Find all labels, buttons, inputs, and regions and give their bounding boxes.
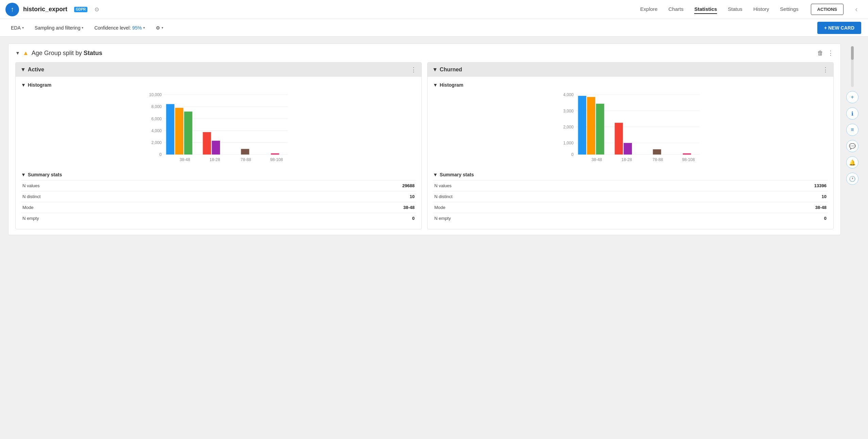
navbar: ↑ historic_export GDPR ⊙ Explore Charts … (0, 0, 868, 19)
active-histogram-chart: 10,000 8,000 6,000 4,000 2,000 0 (21, 92, 416, 166)
content-area: ▼ ▲ Age Group split by Status 🗑 ⋮ (8, 43, 841, 432)
svg-text:18-28: 18-28 (210, 157, 220, 162)
sidebar-right: + ℹ ≡ 💬 🔔 🕐 (845, 43, 860, 432)
table-row: N values 13396 (433, 180, 828, 191)
split-panels: ▼ Active ⋮ ▼ Histogram (15, 62, 834, 229)
scroll-indicator[interactable] (851, 46, 854, 87)
churned-panel-header: ▼ Churned ⋮ (428, 63, 833, 77)
confidence-dropdown[interactable]: Confidence level: 95% ▾ (90, 23, 149, 33)
sampling-dropdown[interactable]: Sampling and filtering ▾ (31, 23, 88, 33)
active-summary: ▼ Summary stats N values 29688 N distinc… (21, 172, 416, 224)
svg-rect-13 (175, 108, 183, 155)
nav-settings[interactable]: Settings (780, 5, 798, 14)
info-sidebar-button[interactable]: ℹ (846, 107, 858, 120)
table-row: Mode 38-48 (21, 202, 416, 213)
churned-collapse-icon[interactable]: ▼ (432, 67, 438, 73)
svg-rect-12 (166, 104, 174, 155)
back-button[interactable]: ‹ (850, 3, 863, 16)
card-collapse-icon[interactable]: ▼ (15, 50, 20, 56)
churned-summary-collapse[interactable]: ▼ (433, 172, 438, 177)
add-sidebar-button[interactable]: + (846, 91, 858, 103)
svg-rect-39 (683, 154, 691, 155)
confidence-label: Confidence level: (94, 25, 131, 31)
churned-stats-table: N values 13396 N distinct 10 Mode 38-48 (433, 180, 828, 224)
svg-text:98-108: 98-108 (682, 157, 695, 162)
active-summary-collapse[interactable]: ▼ (21, 172, 26, 177)
svg-text:0: 0 (160, 152, 162, 157)
stat-label: N values (433, 180, 663, 191)
table-row: N empty 0 (433, 213, 828, 224)
settings-circle-icon[interactable]: ⊙ (91, 4, 102, 15)
churned-histogram-chart: 4,000 3,000 2,000 1,000 0 (433, 92, 828, 166)
svg-rect-18 (271, 154, 279, 155)
stat-value: 10 (663, 191, 828, 202)
eda-dropdown[interactable]: EDA ▾ (7, 23, 28, 33)
app-title: historic_export (23, 6, 67, 13)
churned-panel: ▼ Churned ⋮ ▼ Histogram (427, 62, 834, 229)
age-group-card: ▼ ▲ Age Group split by Status 🗑 ⋮ (8, 43, 841, 235)
stat-value: 13396 (663, 180, 828, 191)
churned-histogram-label: Histogram (440, 82, 463, 88)
svg-text:38-48: 38-48 (591, 157, 602, 162)
active-collapse-icon[interactable]: ▼ (20, 67, 26, 73)
svg-rect-35 (596, 104, 604, 155)
svg-text:4,000: 4,000 (563, 92, 574, 97)
actions-button[interactable]: ACTIONS (811, 4, 844, 15)
svg-rect-37 (624, 143, 632, 155)
notifications-sidebar-button[interactable]: 🔔 (846, 156, 858, 169)
stat-value: 10 (251, 191, 416, 202)
active-stats-table: N values 29688 N distinct 10 Mode 38-48 (21, 180, 416, 224)
churned-chart-svg: 4,000 3,000 2,000 1,000 0 (433, 92, 828, 166)
svg-rect-17 (241, 149, 249, 155)
svg-rect-33 (578, 96, 586, 155)
active-more-button[interactable]: ⋮ (411, 66, 417, 73)
stat-label: Mode (433, 202, 663, 213)
history-sidebar-button[interactable]: 🕐 (846, 173, 858, 185)
new-card-button[interactable]: + NEW CARD (817, 22, 861, 34)
nav-history[interactable]: History (753, 5, 769, 14)
sampling-chevron-icon: ▾ (82, 26, 83, 30)
active-histogram-collapse[interactable]: ▼ (21, 82, 26, 88)
nav-links: Explore Charts Statistics Status History… (640, 5, 798, 14)
svg-text:2,000: 2,000 (563, 125, 574, 129)
table-row: Mode 38-48 (433, 202, 828, 213)
active-histogram-label: Histogram (28, 82, 51, 88)
stat-value: 38-48 (663, 202, 828, 213)
nav-statistics[interactable]: Statistics (694, 5, 717, 14)
gear-chevron-icon: ▾ (162, 26, 163, 30)
stat-label: N distinct (21, 191, 251, 202)
nav-explore[interactable]: Explore (640, 5, 657, 14)
stat-label: Mode (21, 202, 251, 213)
churned-more-button[interactable]: ⋮ (822, 66, 829, 73)
stat-value: 0 (251, 213, 416, 224)
scroll-thumb (851, 46, 854, 60)
nav-charts[interactable]: Charts (668, 5, 683, 14)
churned-summary: ▼ Summary stats N values 13396 N distinc… (433, 172, 828, 224)
card-header: ▼ ▲ Age Group split by Status 🗑 ⋮ (15, 49, 834, 57)
gear-dropdown[interactable]: ⚙ ▾ (152, 23, 167, 33)
eda-label: EDA (11, 25, 21, 31)
svg-text:4,000: 4,000 (151, 128, 162, 133)
confidence-chevron-icon: ▾ (143, 26, 145, 30)
svg-text:6,000: 6,000 (151, 117, 162, 121)
nav-status[interactable]: Status (728, 5, 742, 14)
churned-histogram-collapse[interactable]: ▼ (433, 82, 438, 88)
comments-sidebar-button[interactable]: 💬 (846, 140, 858, 152)
svg-text:1,000: 1,000 (563, 141, 574, 145)
stat-label: N values (21, 180, 251, 191)
card-title: ▼ ▲ Age Group split by Status (15, 50, 102, 57)
card-title-split: split by (63, 50, 84, 56)
list-sidebar-button[interactable]: ≡ (846, 124, 858, 136)
eda-chevron-icon: ▾ (22, 26, 24, 30)
delete-card-button[interactable]: 🗑 (817, 50, 823, 57)
stat-label: N empty (21, 213, 251, 224)
stat-value: 29688 (251, 180, 416, 191)
churned-histogram-header: ▼ Histogram (433, 82, 828, 88)
active-panel-header: ▼ Active ⋮ (16, 63, 421, 77)
active-panel: ▼ Active ⋮ ▼ Histogram (15, 62, 422, 229)
more-options-button[interactable]: ⋮ (828, 49, 834, 57)
svg-text:0: 0 (571, 152, 574, 157)
card-actions: 🗑 ⋮ (817, 49, 834, 57)
stat-label: N distinct (433, 191, 663, 202)
stat-label: N empty (433, 213, 663, 224)
